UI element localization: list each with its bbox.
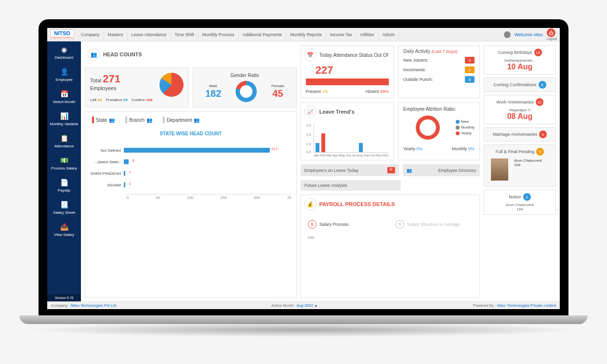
menu-masters[interactable]: Masters (104, 29, 128, 40)
menu-monthly-process[interactable]: Monthly Process (198, 29, 239, 40)
birthdays-card[interactable]: Coming Birthdays14 Sattiarayananan...10 … (484, 45, 556, 75)
headcount-tabs: State👥 Branch👥 Department👥 (85, 112, 296, 128)
money-icon: 💵 (60, 156, 68, 165)
menu-time-shift[interactable]: Time Shift (171, 29, 198, 40)
attendance-card: 📅Today Attendance Status Out Of 227 Pres… (301, 45, 394, 98)
people-icon: 👥 (109, 117, 115, 123)
sheet-icon: 📃 (60, 200, 68, 209)
menu-additional-payments[interactable]: Additional Payments (238, 29, 286, 40)
user-icon (504, 31, 511, 38)
logout-label: Logout (547, 37, 557, 40)
menu-monthly-reports[interactable]: Monthly Reports (286, 29, 326, 40)
sidebar-item-dashboard[interactable]: ◉Dashboard (47, 41, 81, 64)
chart-icon: 📊 (60, 112, 68, 120)
gender-ratio-card: Gender Ratio Male182 Female45 (193, 67, 297, 107)
tab-salary-process[interactable]: $Salary Process (305, 217, 388, 232)
attendance-bar (306, 78, 389, 85)
menu-company[interactable]: Company (77, 29, 104, 40)
marriage-card[interactable]: Marriage Anniversaries0 (484, 127, 556, 142)
attendance-count: 227 (301, 64, 394, 77)
head-counts-title: 👥 HEAD COUNTS (85, 45, 297, 64)
employee-directory-strip[interactable]: 👥Employee Directory (403, 164, 480, 176)
total-label: Total (90, 78, 101, 83)
anniversaries-card[interactable]: Work Anniversaries12 Nagarajan V08 Aug (484, 95, 556, 124)
sidebar-item-attendance[interactable]: 📋Attendance (47, 130, 81, 152)
sidebar-item-select-month[interactable]: 📅Select Month (47, 86, 81, 108)
trend-icon: 📈 (304, 105, 317, 118)
sidebar-item-salary-sheet[interactable]: 📃Salary Sheet (47, 196, 81, 219)
future-leave-strip[interactable]: Future Leave Analysis (301, 180, 401, 191)
logo[interactable]: NITSO Following Excellency (50, 29, 74, 40)
top-header: NITSO Following Excellency Company Maste… (47, 28, 560, 41)
confirmations-card[interactable]: Coming Confirmations0 (484, 78, 556, 92)
logout-button[interactable]: ⏻ (547, 28, 555, 37)
menu-admin[interactable]: Admin (379, 29, 399, 40)
payroll-icon: 💰 (304, 198, 317, 210)
status-pie-chart (159, 73, 184, 97)
total-value: 271 (103, 73, 120, 85)
male-count: 182 (205, 88, 221, 99)
compass-icon: ◉ (60, 45, 68, 54)
menu-leave-attendance[interactable]: Leave-Attendance (128, 29, 171, 40)
sidebar-item-view-salary[interactable]: 📤View Salary (47, 219, 81, 241)
calendar-icon: 📅 (304, 49, 317, 61)
sidebar-item-employee[interactable]: 👤Employee (47, 64, 81, 86)
tab-branch[interactable]: Branch👥 (121, 115, 156, 125)
tab-department[interactable]: Department👥 (159, 115, 203, 125)
employees-on-leave-strip[interactable]: Employee's on Leave Today0 (301, 164, 399, 176)
state-chart-title: STATE WISE HEAD COUNT (85, 128, 296, 139)
attendance-title: Today Attendance Status Out Of (319, 52, 388, 58)
people-icon: 👥 (194, 117, 199, 123)
sidebar-item-monthly-variable[interactable]: 📊Monthly Variable (47, 108, 81, 130)
leave-trend-card: 📈Leave Trend's 3.02.01.00.0 JanFebMarApr… (301, 102, 394, 160)
payroll-value: 240 (301, 235, 479, 240)
main-menu: Company Masters Leave-Attendance Time Sh… (77, 29, 399, 40)
document-icon: 📄 (60, 178, 68, 187)
state-bar-chart: Not Defined217 --Select State--8 DHRA PR… (85, 139, 296, 209)
tab-state[interactable]: State👥 (88, 115, 119, 125)
tab-salary-structure[interactable]: $Salary Structure in Average (393, 217, 475, 232)
export-icon: 📤 (60, 222, 68, 231)
welcome-text: Welcome nitso (515, 32, 543, 37)
logo-tagline: Following Excellency (51, 36, 73, 39)
sidebar-item-process-salary[interactable]: 💵Process Salary (47, 152, 81, 174)
person-icon: 👤 (60, 67, 68, 76)
people-icon: 👥 (146, 117, 152, 123)
attrition-title: Employee Attrition Ratio: (403, 106, 475, 112)
payroll-card: 💰PAYROLL PROCESS DETAILS $Salary Process… (301, 195, 480, 298)
people-icon: 👥 (88, 48, 100, 61)
attrition-card: Employee Attrition Ratio: New Monthly Ye… (398, 102, 480, 160)
daily-activity-card: Daily Activity (Last 7 Days) New Joiners… (398, 45, 480, 98)
full-final-card[interactable]: Full & Final Pending5 Arun Chaturvedi166 (484, 144, 556, 187)
version-label: Version 5.76 (47, 294, 81, 301)
total-employees-card: Total 271 Employees Left 44 Probation 59… (85, 67, 189, 107)
logo-text: NITSO (54, 30, 70, 36)
sidebar: ◉Dashboard 👤Employee 📅Select Month 📊Mont… (47, 41, 81, 301)
female-count: 45 (271, 88, 284, 99)
leave-trend-chart: 3.02.01.00.0 (314, 124, 389, 153)
calendar-icon: 📅 (60, 90, 68, 98)
notice-card[interactable]: Notice1 Arun Chaturvedi166 (484, 190, 556, 215)
calendar-check-icon: 📋 (60, 134, 68, 143)
status-bar: Company : Nitso Technologies Pvt Ltd Act… (47, 301, 560, 309)
avatar (491, 158, 508, 181)
gender-donut-chart (236, 81, 257, 102)
menu-income-tax[interactable]: Income Tax (326, 29, 356, 40)
sidebar-item-payslip[interactable]: 📄Payslip (47, 174, 81, 196)
directory-icon: 👥 (407, 168, 412, 173)
menu-utilities[interactable]: Utilities (356, 29, 379, 40)
attrition-donut (416, 116, 440, 140)
gender-title: Gender Ratio (198, 73, 291, 78)
